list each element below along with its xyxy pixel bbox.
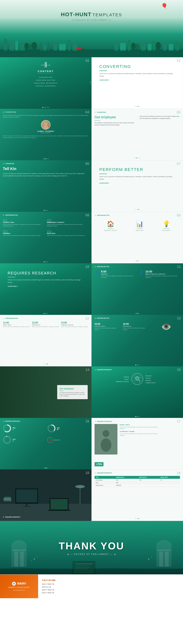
ad-link-2[interactable]: 商务演示汇报 bbox=[42, 586, 179, 588]
profile-avatar bbox=[41, 120, 50, 130]
row-10-11: 10 REQUIRES RESEARCH Check out our speci… bbox=[0, 263, 183, 315]
profile-badge: CONVERTING bbox=[5, 112, 16, 113]
svg-marker-2 bbox=[4, 38, 7, 40]
slide-three-icons: 09 ★ PERFORM BETTER 🏠 COMPANY ASSETS 📊 B… bbox=[91, 212, 183, 263]
svg-rect-69 bbox=[50, 499, 68, 510]
employee-right-text: Ethic work and verification system is th… bbox=[140, 115, 180, 120]
timeline2-badge: PERFORM BETTER bbox=[97, 266, 109, 267]
perform-link[interactable]: LEARN MORE > bbox=[99, 182, 175, 184]
four-items-grid: 01 CONTACT INFO It gets customer first a… bbox=[3, 218, 89, 236]
svg-rect-80 bbox=[12, 550, 26, 551]
slide-dots-11 bbox=[135, 313, 139, 314]
tellkin-heading: Tell Kin bbox=[3, 166, 89, 171]
cell-name-2: Wini bbox=[95, 482, 115, 484]
tellkin-badge: CONVERTING bbox=[5, 163, 14, 164]
data-table: Title EMERGENCY BIRTHDAYS BANK INFO Assu… bbox=[95, 476, 180, 487]
slide-dots-12 bbox=[44, 364, 48, 364]
svg-rect-79 bbox=[20, 552, 24, 567]
slide-num-3: 03 bbox=[177, 59, 181, 63]
svg-point-88 bbox=[148, 558, 149, 560]
svg-rect-78 bbox=[14, 552, 18, 567]
cell-name-3: Jeff Percival bbox=[95, 484, 115, 487]
svg-rect-24 bbox=[153, 41, 155, 50]
slide-dots-6 bbox=[44, 210, 48, 211]
timeline3-items: 11:00 BANK INFO It gets customer first a… bbox=[3, 321, 88, 328]
slide-num-6: 06 bbox=[85, 162, 89, 166]
side-dots-2 bbox=[90, 82, 91, 84]
globe-badge: REQUIRES RESEARCH bbox=[97, 369, 112, 370]
svg-rect-4 bbox=[15, 41, 18, 50]
workspace-bg bbox=[0, 470, 91, 521]
slide-stats-photo: 17 ★ REQUIRES RESEARCH +75% bbox=[91, 418, 183, 470]
svg-point-87 bbox=[31, 560, 32, 562]
stats-bank-info: BANK INFO It gets customer first address… bbox=[120, 424, 180, 429]
converting-divider bbox=[99, 70, 107, 71]
tower-bridge-icon bbox=[0, 57, 91, 68]
stats-badge: REQUIRES RESEARCH bbox=[97, 421, 112, 422]
svg-rect-67 bbox=[23, 506, 30, 507]
three-icons-row: 🏠 COMPANY ASSETS 📊 BANK INFO 💡 BIRTHDAYS bbox=[95, 220, 180, 231]
menu-converting[interactable]: CONVERTING bbox=[0, 76, 91, 79]
item-01: 01 CONTACT INFO It gets customer first a… bbox=[3, 218, 45, 227]
profile-quote: What is Cooperative? I Cooperative is a … bbox=[3, 135, 89, 138]
row-8-9: 08 ★ PERFORM BETTER 01 CONTACT INFO It g… bbox=[0, 212, 183, 263]
table-row: Wini 200 bbox=[95, 482, 180, 484]
stats-company: COMPANY NAME It gets customer first addr… bbox=[120, 431, 180, 436]
ad-link-3[interactable]: 精品PPT模板下载 bbox=[42, 589, 179, 591]
pie-item-3: 20% 🔔 bbox=[3, 436, 44, 444]
research-link[interactable]: LEARN MORE > bbox=[8, 286, 84, 287]
pie-item-2: 33H 📊 bbox=[47, 424, 89, 433]
menu-research[interactable]: REQUIRES RESEARCH bbox=[0, 82, 91, 84]
slide-dots-8 bbox=[44, 262, 48, 262]
svg-rect-22 bbox=[141, 42, 146, 50]
cell-name-1: Assumption bbox=[95, 479, 115, 482]
svg-rect-32 bbox=[45, 62, 45, 67]
employee-card-heading: Get employee bbox=[59, 387, 85, 390]
svg-rect-11 bbox=[48, 43, 49, 50]
slide-requires-research: 10 REQUIRES RESEARCH Check out our speci… bbox=[0, 263, 91, 315]
slide-num-4: 04 bbox=[85, 110, 89, 114]
stats-content: +75% BANK INFO It gets customer first ad… bbox=[95, 424, 180, 454]
ad-link-4[interactable]: 精品PPT模板下载 bbox=[42, 592, 179, 594]
svg-rect-15 bbox=[68, 40, 71, 50]
svg-rect-77 bbox=[11, 544, 27, 567]
tl2b-badge: PERFORM BETTER bbox=[97, 318, 109, 319]
slide-num-14: 14 bbox=[85, 368, 89, 372]
cell-bank-1: 90 bbox=[159, 479, 180, 482]
ad-links-section: 专业PPT设计服务 精品PPT模板下载 商务演示汇报 精品PPT模板下载 精品P… bbox=[38, 574, 183, 598]
row-14-15: 14 Get employee Our system puts addresse… bbox=[0, 366, 183, 418]
slide-dots-5 bbox=[135, 158, 140, 158]
menu-adwords[interactable]: GOOGLE ADWORDS bbox=[0, 84, 91, 88]
svg-rect-9 bbox=[40, 43, 41, 50]
ad-link-1[interactable]: 精品PPT模板下载 bbox=[42, 583, 179, 585]
four-items-badge: PERFORM BETTER bbox=[5, 214, 18, 216]
thankyou-content: THANK YOU ◆ — HOUSES OF PARLIAMENT — ◆ bbox=[59, 540, 124, 555]
slide-num-12: 12 bbox=[85, 316, 89, 320]
hero-slide: 🎈 HOT-HUNT TEMPLATES ◆ HOUSES OF PARLIAM… bbox=[0, 0, 183, 57]
tl2b-content: 15:00 CONTACT INFO It gets customer firs… bbox=[94, 322, 180, 332]
slide-pie-chart: 16 ★ REQUIRES RESEARCH 85% 🏠 bbox=[0, 418, 91, 470]
globe-labels-left: ADDRESS AGENCY EMERGENCY CONTACT bbox=[94, 376, 131, 382]
svg-point-25 bbox=[156, 42, 161, 50]
row-18-19: 18 ★ REQUIRES RESEARCH 19 ★ REQUIRES RES… bbox=[0, 470, 183, 521]
menu-perform[interactable]: PERFORM BETTER bbox=[0, 79, 91, 82]
slide-timeline-3: 12 ★ PERFORM BETTER 11:00 BANK INFO It g… bbox=[0, 315, 91, 366]
brand-logo-icon: 道 bbox=[12, 582, 16, 586]
slide-dots-16 bbox=[44, 468, 48, 468]
slide-dots-3 bbox=[135, 106, 140, 107]
employee-card-desc: Our system puts addresses, emergency con… bbox=[59, 392, 85, 397]
employee-card-divider bbox=[59, 391, 63, 391]
title-normal: TEMPLATES bbox=[92, 12, 122, 17]
research-divider bbox=[8, 277, 15, 277]
cell-bank-3 bbox=[159, 484, 180, 487]
svg-point-85 bbox=[34, 558, 35, 560]
pie-badge: REQUIRES RESEARCH bbox=[5, 420, 20, 422]
icon-bank-info: 📊 BANK INFO bbox=[136, 220, 144, 231]
converting-link[interactable]: LEARN MORE > bbox=[99, 80, 175, 81]
svg-point-8 bbox=[32, 42, 37, 50]
pie-bank-label: BANK INFO bbox=[54, 440, 60, 440]
pie-grid: 85% 🏠 33H 📊 bbox=[3, 424, 89, 444]
row-4-5: 04 ★ CONVERTING WE DO THE WORK DESIGN WE… bbox=[0, 109, 183, 160]
item-04: 04 BANK INFO It gets customer first addr… bbox=[47, 229, 89, 236]
svg-rect-71 bbox=[4, 500, 11, 502]
